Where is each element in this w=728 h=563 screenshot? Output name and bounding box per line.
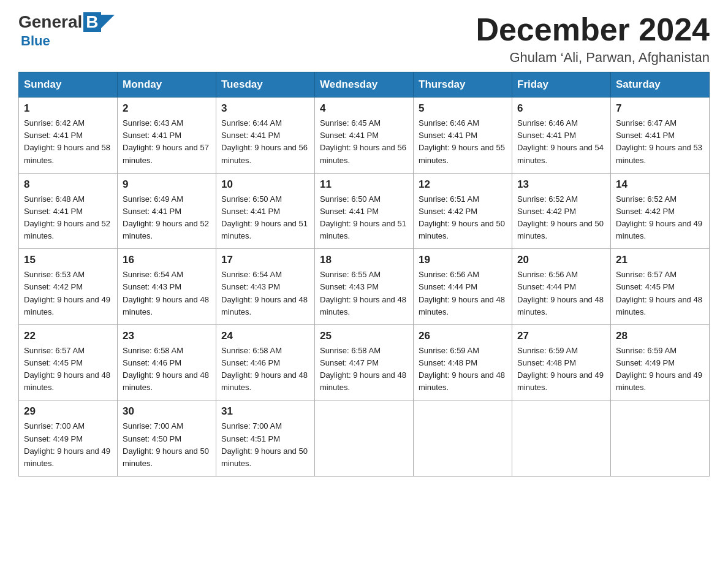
- day-number: 27: [517, 330, 605, 342]
- logo-general-text: General: [18, 12, 82, 32]
- calendar-cell: 12Sunrise: 6:51 AMSunset: 4:42 PMDayligh…: [414, 173, 512, 249]
- calendar-cell: 19Sunrise: 6:56 AMSunset: 4:44 PMDayligh…: [414, 249, 512, 325]
- day-number: 14: [616, 178, 704, 191]
- day-number: 21: [616, 254, 704, 266]
- calendar-cell: [315, 400, 414, 477]
- logo-triangle-icon: [100, 15, 115, 29]
- day-number: 6: [517, 102, 605, 115]
- calendar-cell: 21Sunrise: 6:57 AMSunset: 4:45 PMDayligh…: [611, 249, 710, 325]
- weekday-header-sunday: Sunday: [19, 72, 118, 98]
- day-number: 16: [123, 254, 211, 266]
- calendar-cell: 16Sunrise: 6:54 AMSunset: 4:43 PMDayligh…: [118, 249, 216, 325]
- day-info: Sunrise: 6:51 AMSunset: 4:42 PMDaylight:…: [419, 193, 507, 243]
- day-info: Sunrise: 7:00 AMSunset: 4:49 PMDaylight:…: [24, 420, 112, 470]
- calendar-cell: 4Sunrise: 6:45 AMSunset: 4:41 PMDaylight…: [315, 98, 414, 174]
- day-info: Sunrise: 6:46 AMSunset: 4:41 PMDaylight:…: [517, 117, 605, 167]
- calendar-cell: 9Sunrise: 6:49 AMSunset: 4:41 PMDaylight…: [118, 173, 216, 249]
- calendar-cell: 25Sunrise: 6:58 AMSunset: 4:47 PMDayligh…: [315, 324, 414, 400]
- logo-blue-box: B: [83, 12, 100, 32]
- day-info: Sunrise: 6:55 AMSunset: 4:43 PMDaylight:…: [320, 269, 408, 318]
- day-info: Sunrise: 7:00 AMSunset: 4:51 PMDaylight:…: [221, 420, 309, 470]
- location-subtitle: Ghulam ‘Ali, Parwan, Afghanistan: [476, 50, 710, 66]
- calendar-cell: 5Sunrise: 6:46 AMSunset: 4:41 PMDaylight…: [414, 98, 512, 174]
- day-number: 22: [24, 330, 112, 342]
- day-info: Sunrise: 6:56 AMSunset: 4:44 PMDaylight:…: [419, 269, 507, 318]
- weekday-header-wednesday: Wednesday: [315, 72, 414, 98]
- weekday-header-saturday: Saturday: [611, 72, 710, 98]
- day-info: Sunrise: 6:54 AMSunset: 4:43 PMDaylight:…: [221, 269, 309, 318]
- calendar-cell: 31Sunrise: 7:00 AMSunset: 4:51 PMDayligh…: [216, 400, 315, 477]
- calendar-cell: 24Sunrise: 6:58 AMSunset: 4:46 PMDayligh…: [216, 324, 315, 400]
- calendar-cell: 18Sunrise: 6:55 AMSunset: 4:43 PMDayligh…: [315, 249, 414, 325]
- weekday-header-thursday: Thursday: [414, 72, 512, 98]
- day-number: 12: [419, 178, 507, 191]
- logo-blue-text: Blue: [21, 33, 50, 49]
- calendar-cell: 14Sunrise: 6:52 AMSunset: 4:42 PMDayligh…: [611, 173, 710, 249]
- day-number: 26: [419, 330, 507, 342]
- calendar-cell: 15Sunrise: 6:53 AMSunset: 4:42 PMDayligh…: [19, 249, 118, 325]
- day-info: Sunrise: 6:52 AMSunset: 4:42 PMDaylight:…: [616, 193, 704, 243]
- calendar-cell: 11Sunrise: 6:50 AMSunset: 4:41 PMDayligh…: [315, 173, 414, 249]
- day-info: Sunrise: 6:48 AMSunset: 4:41 PMDaylight:…: [24, 193, 112, 243]
- calendar-cell: 1Sunrise: 6:42 AMSunset: 4:41 PMDaylight…: [19, 98, 118, 174]
- day-info: Sunrise: 6:59 AMSunset: 4:49 PMDaylight:…: [616, 345, 704, 394]
- month-title: December 2024: [476, 12, 710, 47]
- calendar-cell: 8Sunrise: 6:48 AMSunset: 4:41 PMDaylight…: [19, 173, 118, 249]
- day-info: Sunrise: 6:59 AMSunset: 4:48 PMDaylight:…: [419, 345, 507, 394]
- calendar-cell: 26Sunrise: 6:59 AMSunset: 4:48 PMDayligh…: [414, 324, 512, 400]
- day-info: Sunrise: 6:50 AMSunset: 4:41 PMDaylight:…: [320, 193, 408, 243]
- calendar-table: SundayMondayTuesdayWednesdayThursdayFrid…: [18, 72, 710, 477]
- calendar-cell: 27Sunrise: 6:59 AMSunset: 4:48 PMDayligh…: [512, 324, 611, 400]
- calendar-week-row: 8Sunrise: 6:48 AMSunset: 4:41 PMDaylight…: [19, 173, 710, 249]
- day-info: Sunrise: 6:54 AMSunset: 4:43 PMDaylight:…: [123, 269, 211, 318]
- page-header: General B Blue December 2024 Ghulam ‘Ali…: [18, 12, 710, 66]
- day-number: 28: [616, 330, 704, 342]
- day-number: 15: [24, 254, 112, 266]
- calendar-cell: 17Sunrise: 6:54 AMSunset: 4:43 PMDayligh…: [216, 249, 315, 325]
- day-number: 25: [320, 330, 408, 342]
- day-number: 3: [221, 102, 309, 115]
- calendar-cell: 13Sunrise: 6:52 AMSunset: 4:42 PMDayligh…: [512, 173, 611, 249]
- calendar-cell: 7Sunrise: 6:47 AMSunset: 4:41 PMDaylight…: [611, 98, 710, 174]
- day-info: Sunrise: 6:46 AMSunset: 4:41 PMDaylight:…: [419, 117, 507, 167]
- day-number: 20: [517, 254, 605, 266]
- calendar-cell: [414, 400, 512, 477]
- day-number: 17: [221, 254, 309, 266]
- day-info: Sunrise: 6:47 AMSunset: 4:41 PMDaylight:…: [616, 117, 704, 167]
- day-number: 8: [24, 178, 112, 191]
- calendar-cell: 28Sunrise: 6:59 AMSunset: 4:49 PMDayligh…: [611, 324, 710, 400]
- day-info: Sunrise: 6:50 AMSunset: 4:41 PMDaylight:…: [221, 193, 309, 243]
- calendar-week-row: 15Sunrise: 6:53 AMSunset: 4:42 PMDayligh…: [19, 249, 710, 325]
- day-info: Sunrise: 6:57 AMSunset: 4:45 PMDaylight:…: [616, 269, 704, 318]
- weekday-header-friday: Friday: [512, 72, 611, 98]
- day-number: 10: [221, 178, 309, 191]
- calendar-cell: 3Sunrise: 6:44 AMSunset: 4:41 PMDaylight…: [216, 98, 315, 174]
- calendar-cell: 20Sunrise: 6:56 AMSunset: 4:44 PMDayligh…: [512, 249, 611, 325]
- day-number: 9: [123, 178, 211, 191]
- weekday-header-monday: Monday: [118, 72, 216, 98]
- calendar-cell: 23Sunrise: 6:58 AMSunset: 4:46 PMDayligh…: [118, 324, 216, 400]
- day-number: 11: [320, 178, 408, 191]
- day-number: 13: [517, 178, 605, 191]
- day-info: Sunrise: 6:58 AMSunset: 4:46 PMDaylight:…: [123, 345, 211, 394]
- logo: General B Blue: [18, 12, 115, 49]
- day-number: 18: [320, 254, 408, 266]
- day-info: Sunrise: 6:57 AMSunset: 4:45 PMDaylight:…: [24, 345, 112, 394]
- calendar-week-row: 29Sunrise: 7:00 AMSunset: 4:49 PMDayligh…: [19, 400, 710, 477]
- calendar-week-row: 1Sunrise: 6:42 AMSunset: 4:41 PMDaylight…: [19, 98, 710, 174]
- day-number: 5: [419, 102, 507, 115]
- day-number: 19: [419, 254, 507, 266]
- calendar-cell: [611, 400, 710, 477]
- calendar-cell: 10Sunrise: 6:50 AMSunset: 4:41 PMDayligh…: [216, 173, 315, 249]
- calendar-cell: 29Sunrise: 7:00 AMSunset: 4:49 PMDayligh…: [19, 400, 118, 477]
- calendar-cell: 30Sunrise: 7:00 AMSunset: 4:50 PMDayligh…: [118, 400, 216, 477]
- day-info: Sunrise: 7:00 AMSunset: 4:50 PMDaylight:…: [123, 420, 211, 470]
- day-number: 1: [24, 102, 112, 115]
- day-info: Sunrise: 6:58 AMSunset: 4:47 PMDaylight:…: [320, 345, 408, 394]
- day-number: 2: [123, 102, 211, 115]
- day-number: 4: [320, 102, 408, 115]
- day-info: Sunrise: 6:45 AMSunset: 4:41 PMDaylight:…: [320, 117, 408, 167]
- day-info: Sunrise: 6:53 AMSunset: 4:42 PMDaylight:…: [24, 269, 112, 318]
- day-info: Sunrise: 6:42 AMSunset: 4:41 PMDaylight:…: [24, 117, 112, 167]
- day-info: Sunrise: 6:56 AMSunset: 4:44 PMDaylight:…: [517, 269, 605, 318]
